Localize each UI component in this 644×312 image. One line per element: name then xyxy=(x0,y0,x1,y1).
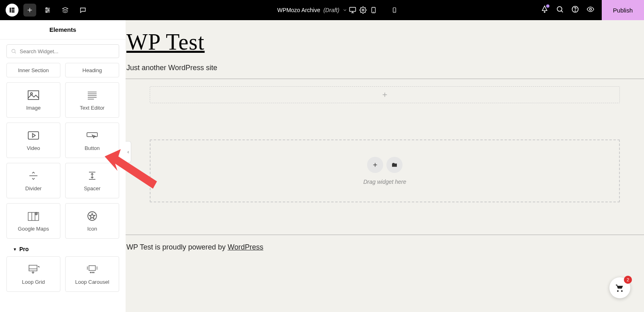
widget-video[interactable]: Video xyxy=(6,123,60,158)
svg-point-7 xyxy=(46,8,47,9)
widget-inner-section[interactable]: Inner Section xyxy=(6,63,60,77)
svg-rect-3 xyxy=(12,11,15,12)
add-section-strip[interactable] xyxy=(150,86,620,103)
svg-rect-1 xyxy=(12,8,15,9)
cart-button[interactable]: 2 xyxy=(609,277,630,298)
widget-button[interactable]: Button xyxy=(65,123,119,158)
site-tagline: Just another WordPress site xyxy=(126,57,644,77)
svg-rect-43 xyxy=(28,212,39,220)
editor-canvas: WP Test Just another WordPress site Drag… xyxy=(126,20,644,312)
notifications-button[interactable] xyxy=(541,5,549,15)
site-title[interactable]: WP Test xyxy=(126,20,644,57)
svg-line-23 xyxy=(561,10,563,12)
device-mobile[interactable] xyxy=(388,4,401,17)
preview-button[interactable] xyxy=(586,5,594,15)
svg-rect-14 xyxy=(350,7,356,11)
image-icon xyxy=(27,89,39,101)
text-icon xyxy=(87,89,98,101)
widget-spacer[interactable]: Spacer xyxy=(65,163,119,198)
svg-rect-50 xyxy=(29,265,37,271)
comments-button[interactable] xyxy=(76,4,89,17)
add-widget-button[interactable] xyxy=(367,157,383,173)
star-icon xyxy=(87,210,97,222)
svg-point-57 xyxy=(92,272,93,273)
structure-button[interactable] xyxy=(59,4,72,17)
top-bar: WPMozo Archive (Draft) Publish xyxy=(0,0,644,20)
template-library-button[interactable] xyxy=(386,157,402,173)
divider-line xyxy=(126,79,644,79)
divider-icon xyxy=(28,170,39,181)
svg-marker-12 xyxy=(62,7,68,10)
collapse-panel-handle[interactable]: ‹ xyxy=(126,141,131,163)
button-icon xyxy=(86,130,98,141)
draft-label: (Draft) xyxy=(323,7,339,13)
section-pro[interactable]: ▼ Pro xyxy=(6,239,119,256)
widget-heading[interactable]: Heading xyxy=(65,63,119,77)
widget-loop-grid[interactable]: Loop Grid xyxy=(6,256,60,292)
svg-rect-53 xyxy=(89,266,95,270)
page-name: WPMozo Archive xyxy=(277,7,320,13)
add-element-button[interactable] xyxy=(23,4,36,17)
finder-button[interactable] xyxy=(556,5,564,15)
svg-rect-2 xyxy=(12,10,15,11)
svg-point-58 xyxy=(93,272,94,273)
wordpress-link[interactable]: WordPress xyxy=(227,243,263,251)
panel-title: Elements xyxy=(0,20,126,40)
help-button[interactable] xyxy=(571,5,579,15)
device-tablet[interactable] xyxy=(367,4,380,17)
svg-point-21 xyxy=(544,11,545,12)
svg-point-22 xyxy=(557,6,562,11)
svg-point-56 xyxy=(90,272,91,273)
notification-dot xyxy=(546,4,549,8)
widget-loop-carousel[interactable]: Loop Carousel xyxy=(65,256,119,292)
svg-line-28 xyxy=(14,52,16,53)
svg-rect-36 xyxy=(28,131,39,139)
elementor-logo[interactable] xyxy=(6,4,19,17)
cart-count: 2 xyxy=(624,276,632,284)
cart-icon xyxy=(615,283,625,293)
device-desktop[interactable] xyxy=(346,4,359,17)
svg-marker-37 xyxy=(33,133,35,137)
loop-carousel-icon xyxy=(86,264,99,275)
svg-point-11 xyxy=(46,11,47,12)
search-widget-input[interactable] xyxy=(6,44,119,58)
chevron-down-icon: ▼ xyxy=(13,247,17,252)
svg-point-47 xyxy=(36,213,37,214)
svg-rect-0 xyxy=(10,8,11,12)
map-icon xyxy=(27,210,39,222)
svg-rect-38 xyxy=(87,133,97,137)
footer-text: WP Test is proudly powered by WordPress xyxy=(126,235,644,252)
svg-point-25 xyxy=(575,11,575,11)
svg-point-27 xyxy=(12,49,15,52)
svg-rect-29 xyxy=(28,91,39,100)
drop-zone[interactable]: Drag widget here xyxy=(150,139,620,202)
drop-hint: Drag widget here xyxy=(363,179,407,185)
widget-image[interactable]: Image xyxy=(6,82,60,118)
search-icon xyxy=(11,48,17,54)
widget-icon[interactable]: Icon xyxy=(65,203,119,239)
svg-point-9 xyxy=(48,10,49,11)
widget-text-editor[interactable]: Text Editor xyxy=(65,82,119,118)
widget-google-maps[interactable]: Google Maps xyxy=(6,203,60,239)
loop-grid-icon xyxy=(27,264,39,275)
video-icon xyxy=(28,130,39,141)
plus-icon xyxy=(381,91,388,98)
widget-divider[interactable]: Divider xyxy=(6,163,60,198)
publish-button[interactable]: Publish xyxy=(602,0,644,20)
site-settings-button[interactable] xyxy=(41,4,54,17)
svg-marker-49 xyxy=(89,213,95,218)
elements-panel: Elements Inner Section Heading Image Tex… xyxy=(0,20,126,312)
svg-point-26 xyxy=(589,8,591,10)
spacer-icon xyxy=(87,170,97,181)
